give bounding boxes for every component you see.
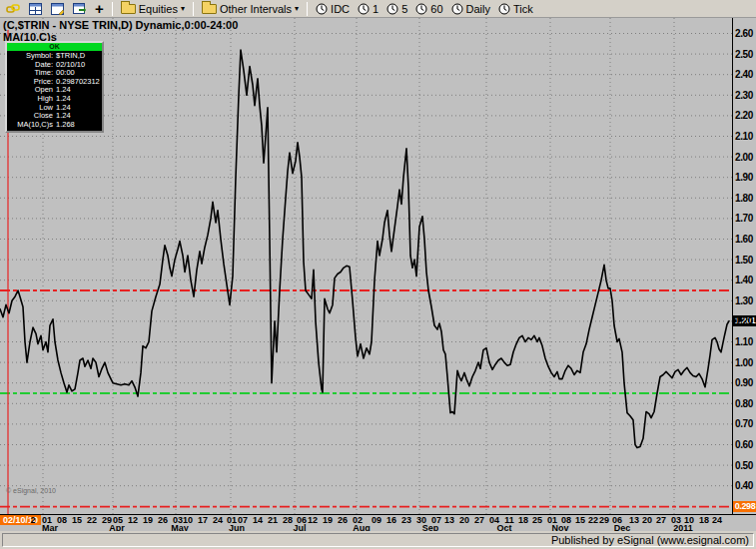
- date-tick-label: 22: [588, 515, 598, 525]
- interval-button-daily[interactable]: Daily: [448, 1, 493, 17]
- tooltip-row: High1.24: [8, 95, 100, 104]
- chart-title: (C,$TRIN - NYSE TRIN,D) Dynamic,0:00-24:…: [3, 19, 238, 31]
- clock-icon: [498, 3, 510, 15]
- date-tick-label: 28: [283, 515, 293, 525]
- window-tile-icon: [29, 3, 42, 15]
- tooltip-row: Date:02/10/10: [8, 61, 100, 70]
- add-symbol-button[interactable]: +: [92, 1, 107, 17]
- link-button[interactable]: [3, 1, 23, 17]
- price-tick-label: 1.10: [735, 336, 756, 347]
- tooltip-rows: Symbol:$TRIN,DDate:02/10/10Time:00:00Pri…: [7, 51, 102, 131]
- price-tick-label: 2.30: [735, 90, 756, 101]
- plus-icon: +: [95, 3, 104, 15]
- clock-icon: [386, 3, 398, 15]
- date-tick-label: 27: [656, 515, 666, 525]
- other-intervals-label: Other Intervals: [220, 3, 292, 15]
- clock-icon: [415, 3, 427, 15]
- price-tick-label: 2.40: [735, 69, 756, 80]
- price-line: [0, 50, 729, 448]
- price-tick-label: 0.80: [735, 398, 756, 409]
- plot-region[interactable]: (C,$TRIN - NYSE TRIN,D) Dynamic,0:00-24:…: [0, 18, 732, 514]
- tooltip-ok-header[interactable]: OK: [7, 43, 102, 51]
- price-tick-label: 1.40: [735, 274, 756, 285]
- date-tick-label: 24: [712, 515, 722, 525]
- window-edit-icon: [51, 3, 64, 15]
- equities-dropdown[interactable]: Equities ▾: [118, 1, 188, 17]
- interval-label: Tick: [513, 3, 533, 15]
- folder-icon: [202, 4, 217, 14]
- price-tick-label: 1.60: [735, 234, 756, 245]
- interval-button-1[interactable]: 1: [355, 1, 381, 17]
- date-tick-label: 20: [642, 515, 652, 525]
- clock-icon: [316, 3, 328, 15]
- date-tick-label: 26: [158, 515, 168, 525]
- date-tick-label: 08: [57, 515, 67, 525]
- window-send-icon: [73, 3, 86, 15]
- price-tick-label: 0.50: [735, 460, 756, 471]
- price-tick-label: 1.90: [735, 172, 756, 183]
- date-tick-label: 12: [128, 515, 138, 525]
- price-tick-label: 2.50: [735, 49, 756, 60]
- interval-label: 5: [401, 3, 407, 15]
- interval-button-tick[interactable]: Tick: [495, 1, 536, 17]
- date-tick-label: 12: [308, 515, 318, 525]
- chevron-down-icon: ▾: [295, 5, 299, 13]
- tooltip-row-label: MA(10,C)s: [8, 121, 53, 130]
- interval-label: 60: [430, 3, 442, 15]
- chart-area[interactable]: (C,$TRIN - NYSE TRIN,D) Dynamic,0:00-24:…: [0, 18, 756, 514]
- date-tick-label: 20: [459, 515, 469, 525]
- price-tick-label: 2.10: [735, 131, 756, 142]
- window-tile-button[interactable]: [26, 1, 45, 17]
- price-tick-label: 1.80: [735, 193, 756, 204]
- other-intervals-dropdown[interactable]: Other Intervals ▾: [199, 1, 302, 17]
- date-tick-label: 19: [323, 515, 333, 525]
- price-tick-label: 0.60: [735, 439, 756, 450]
- date-tick-label: 23: [401, 515, 411, 525]
- price-tick-label: 1.70: [735, 213, 756, 224]
- interval-button-group: IDC1560DailyTick: [313, 1, 536, 17]
- data-tooltip: OK Symbol:$TRIN,DDate:02/10/10Time:00:00…: [5, 41, 104, 133]
- time-axis[interactable]: 02/10/10 2010815222905121926031017240107…: [0, 514, 756, 531]
- toolbar-separator: [112, 2, 113, 16]
- link-icon: [6, 3, 20, 15]
- tooltip-row: Low1.24: [8, 104, 100, 113]
- date-tick-label: 22: [87, 515, 97, 525]
- price-tick-label: 0.70: [735, 418, 756, 429]
- clock-icon: [358, 3, 370, 15]
- tooltip-row-value: 1.268: [53, 121, 75, 130]
- clock-icon: [451, 3, 463, 15]
- tooltip-row: Price:0.298702312: [8, 78, 100, 87]
- toolbar-separator: [307, 2, 308, 16]
- date-tick-label: 25: [532, 515, 542, 525]
- date-tick-label: 13: [444, 515, 454, 525]
- interval-button-5[interactable]: 5: [383, 1, 410, 17]
- date-tick-label: 16: [386, 515, 396, 525]
- date-tick-label: 09: [372, 515, 381, 525]
- status-bar: Published by eSignal (www.esignal.com): [0, 531, 756, 549]
- price-axis[interactable]: 1.201 0.298 2.602.502.402.302.202.102.00…: [732, 18, 756, 514]
- price-tick-label: 2.60: [735, 28, 756, 39]
- folder-icon: [121, 4, 136, 14]
- toolbar-separator: [193, 2, 194, 16]
- copyright-text: © eSignal, 2010: [6, 487, 56, 494]
- date-tick-label: 15: [575, 515, 585, 525]
- date-tick-label: 26: [338, 515, 348, 525]
- esignal-chart-window: + Equities ▾ Other Intervals ▾ IDC1560Da…: [0, 0, 756, 549]
- price-tick-label: 2.00: [735, 152, 756, 163]
- interval-button-60[interactable]: 60: [412, 1, 445, 17]
- window-send-button[interactable]: [70, 1, 89, 17]
- price-tick-label: 0.90: [735, 377, 756, 388]
- date-tick-label: 2: [30, 515, 35, 525]
- chevron-down-icon: ▾: [181, 5, 185, 13]
- date-tick-label: 13: [629, 515, 639, 525]
- date-tick-label: 18: [518, 515, 528, 525]
- date-tick-label: 27: [474, 515, 484, 525]
- price-tick-label: 1.20: [735, 315, 756, 326]
- date-tick-label: 29: [599, 515, 609, 525]
- date-tick-label: 21: [268, 515, 278, 525]
- interval-label: Daily: [466, 3, 490, 15]
- window-edit-button[interactable]: [48, 1, 67, 17]
- price-tick-label: 0.40: [735, 480, 756, 491]
- equities-label: Equities: [139, 3, 178, 15]
- interval-button-idc[interactable]: IDC: [313, 1, 353, 17]
